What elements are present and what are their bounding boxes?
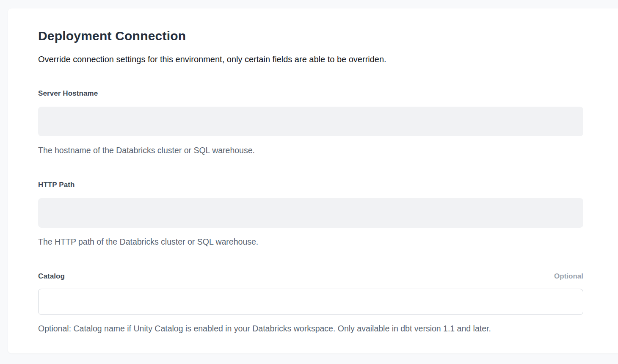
form-fields: Server Hostname The hostname of the Data… [38,89,583,334]
http-path-helper-text: The HTTP path of the Databricks cluster … [38,237,583,247]
server-hostname-label: Server Hostname [38,89,98,98]
panel-content: Deployment Connection Override connectio… [8,8,583,334]
catalog-helper-text: Optional: Catalog name if Unity Catalog … [38,323,583,334]
page-title: Deployment Connection [38,29,583,44]
http-path-field-group: HTTP Path The HTTP path of the Databrick… [38,181,583,247]
http-path-label: HTTP Path [38,181,75,189]
catalog-label-row: Catalog Optional [38,272,583,281]
catalog-optional-badge: Optional [554,272,583,281]
catalog-field-group: Catalog Optional Optional: Catalog name … [38,272,583,334]
server-hostname-label-row: Server Hostname [38,89,583,98]
catalog-label: Catalog [38,272,65,281]
http-path-input [38,198,583,228]
server-hostname-helper-text: The hostname of the Databricks cluster o… [38,145,583,156]
deployment-connection-panel: Deployment Connection Override connectio… [8,8,618,353]
server-hostname-input [38,107,583,136]
http-path-label-row: HTTP Path [38,181,583,189]
catalog-input[interactable] [38,289,583,315]
server-hostname-field-group: Server Hostname The hostname of the Data… [38,89,583,156]
page-background: Deployment Connection Override connectio… [0,0,618,364]
panel-description: Override connection settings for this en… [38,54,583,65]
